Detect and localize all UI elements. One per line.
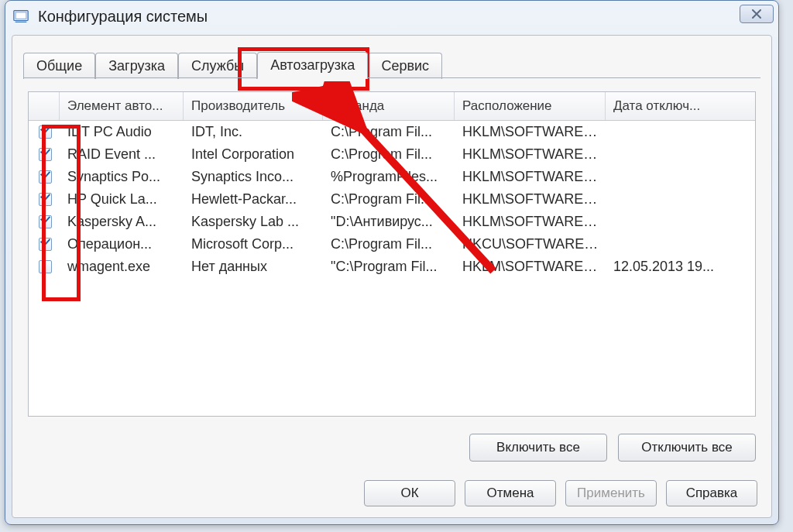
- header-date[interactable]: Дата отключ...: [606, 92, 749, 120]
- row-command: C:\Program Fil...: [323, 233, 455, 256]
- row-location: HKLM\SOFTWARE\M...: [455, 121, 606, 143]
- tab-strip: Общие Загрузка Службы Автозагрузка Серви…: [23, 51, 760, 78]
- row-manufacturer: Microsoft Corp...: [184, 233, 323, 256]
- apply-button: Применить: [565, 480, 657, 506]
- row-checkbox[interactable]: [39, 215, 52, 228]
- tab-boot[interactable]: Загрузка: [95, 53, 178, 79]
- row-checkbox[interactable]: [39, 260, 52, 273]
- row-item: RAID Event ...: [60, 143, 184, 166]
- row-checkbox-cell[interactable]: [29, 188, 60, 211]
- row-checkbox-cell[interactable]: [29, 166, 60, 188]
- row-checkbox[interactable]: [39, 125, 52, 139]
- tab-services[interactable]: Службы: [178, 53, 257, 79]
- svg-rect-1: [15, 12, 26, 19]
- row-checkbox-cell[interactable]: [29, 233, 60, 256]
- row-checkbox[interactable]: [39, 193, 52, 206]
- header-command[interactable]: Команда: [323, 92, 455, 120]
- row-date: [606, 233, 749, 256]
- dialog-button-row: ОК Отмена Применить Справка: [12, 472, 771, 517]
- tab-general[interactable]: Общие: [23, 53, 95, 79]
- row-manufacturer: Hewlett-Packar...: [184, 188, 323, 211]
- row-command: "C:\Program Fil...: [323, 256, 455, 278]
- row-command: C:\Program Fil...: [323, 188, 455, 211]
- client-area: Общие Загрузка Службы Автозагрузка Серви…: [12, 35, 772, 518]
- row-date: [606, 166, 749, 188]
- list-body: IDT PC AudioIDT, Inc.C:\Program Fil...HK…: [29, 121, 755, 416]
- row-date: [606, 188, 749, 211]
- table-row[interactable]: HP Quick La...Hewlett-Packar...C:\Progra…: [29, 188, 755, 211]
- row-manufacturer: Kaspersky Lab ...: [184, 211, 323, 233]
- row-command: C:\Program Fil...: [323, 143, 455, 166]
- row-item: Kaspersky A...: [60, 211, 184, 233]
- disable-all-button[interactable]: Отключить все: [618, 434, 756, 462]
- row-item: Операцион...: [60, 233, 184, 256]
- row-checkbox[interactable]: [39, 170, 52, 184]
- row-item: wmagent.exe: [60, 256, 184, 278]
- tab-tools[interactable]: Сервис: [368, 53, 442, 79]
- row-checkbox-cell[interactable]: [29, 121, 60, 143]
- enable-all-button[interactable]: Включить все: [469, 434, 607, 462]
- row-checkbox-cell[interactable]: [29, 256, 60, 278]
- row-checkbox[interactable]: [39, 148, 52, 161]
- close-icon: [751, 9, 762, 19]
- table-row[interactable]: IDT PC AudioIDT, Inc.C:\Program Fil...HK…: [29, 121, 755, 143]
- row-manufacturer: Нет данных: [184, 256, 323, 278]
- table-row[interactable]: wmagent.exeНет данных"C:\Program Fil...H…: [29, 256, 755, 278]
- row-date: 12.05.2013 19...: [606, 256, 749, 278]
- ok-button[interactable]: ОК: [364, 480, 455, 506]
- header-item[interactable]: Элемент авто...: [60, 92, 184, 120]
- row-location: HKLM\SOFTWARE\M...: [455, 211, 606, 233]
- header-manufacturer[interactable]: Производитель: [184, 92, 323, 120]
- header-location[interactable]: Расположение: [455, 92, 606, 120]
- row-command: "D:\Антивирус...: [323, 211, 455, 233]
- system-config-icon: [12, 7, 30, 26]
- startup-list: Элемент авто... Производитель Команда Ра…: [28, 91, 756, 417]
- window-title: Конфигурация системы: [38, 1, 208, 32]
- row-item: IDT PC Audio: [60, 121, 184, 143]
- table-row[interactable]: Kaspersky A...Kaspersky Lab ..."D:\Антив…: [29, 211, 755, 233]
- cancel-button[interactable]: Отмена: [465, 480, 556, 506]
- list-header[interactable]: Элемент авто... Производитель Команда Ра…: [29, 92, 755, 121]
- row-location: HKLM\SOFTWARE\M...: [455, 256, 606, 278]
- row-date: [606, 143, 749, 166]
- row-location: HKCU\SOFTWARE\...: [455, 233, 606, 256]
- row-manufacturer: IDT, Inc.: [184, 121, 323, 143]
- row-date: [606, 211, 749, 233]
- msconfig-window: Конфигурация системы Общие Загрузка Служ…: [5, 0, 779, 525]
- row-manufacturer: Intel Corporation: [184, 143, 323, 166]
- row-checkbox-cell[interactable]: [29, 211, 60, 233]
- close-button[interactable]: [740, 5, 774, 23]
- tab-startup[interactable]: Автозагрузка: [257, 52, 368, 79]
- help-button[interactable]: Справка: [666, 480, 757, 506]
- row-date: [606, 121, 749, 143]
- table-row[interactable]: Synaptics Po...Synaptics Inco...%Program…: [29, 166, 755, 188]
- enable-disable-row: Включить все Отключить все: [12, 424, 771, 472]
- row-location: HKLM\SOFTWARE\M...: [455, 143, 606, 166]
- row-item: HP Quick La...: [60, 188, 184, 211]
- row-manufacturer: Synaptics Inco...: [184, 166, 323, 188]
- row-checkbox-cell[interactable]: [29, 143, 60, 166]
- row-item: Synaptics Po...: [60, 166, 184, 188]
- titlebar[interactable]: Конфигурация системы: [5, 1, 778, 32]
- row-location: HKLM\SOFTWARE\M...: [455, 188, 606, 211]
- row-command: C:\Program Fil...: [323, 121, 455, 143]
- row-command: %ProgramFiles...: [323, 166, 455, 188]
- table-row[interactable]: RAID Event ...Intel CorporationC:\Progra…: [29, 143, 755, 166]
- row-location: HKLM\SOFTWARE\M...: [455, 166, 606, 188]
- row-checkbox[interactable]: [39, 238, 52, 251]
- table-row[interactable]: Операцион...Microsoft Corp...C:\Program …: [29, 233, 755, 256]
